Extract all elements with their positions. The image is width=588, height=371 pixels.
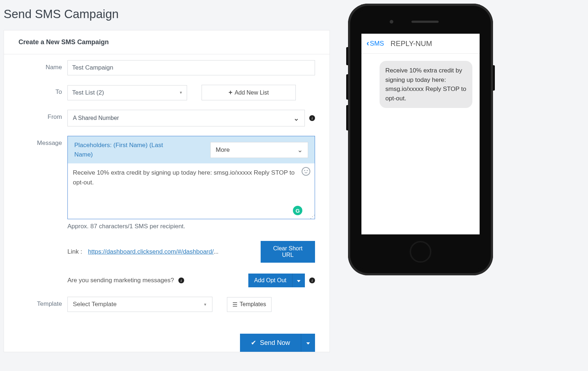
send-now-dropdown[interactable]	[301, 334, 315, 352]
from-label: From	[18, 110, 67, 121]
preview-title: REPLY-NUM	[390, 39, 432, 48]
send-now-label: Send Now	[260, 339, 290, 347]
from-select[interactable]: A Shared Number ⌄	[67, 110, 305, 126]
add-opt-out-dropdown[interactable]	[292, 274, 305, 287]
list-icon: ☰	[232, 301, 237, 308]
chevron-down-icon: ⌄	[293, 114, 299, 122]
info-icon[interactable]: i	[309, 115, 315, 121]
chevron-left-icon: ‹	[367, 39, 369, 48]
short-url-link[interactable]: https://dashboard.clicksend.com/#/dashbo…	[88, 248, 214, 255]
clear-short-url-button[interactable]: Clear Short URL	[261, 241, 315, 263]
caret-down-icon: ▼	[203, 303, 207, 307]
approx-text: Approx. 87 characters/1 SMS per recipien…	[67, 223, 315, 230]
emoji-icon[interactable]	[302, 167, 310, 176]
send-now-button[interactable]: ✔ Send Now	[240, 334, 301, 352]
from-selected-value: A Shared Number	[73, 115, 119, 121]
page-title: Send SMS Campaign	[4, 7, 330, 21]
card-header: Create a New SMS Campaign	[4, 30, 330, 54]
placeholders-bar: Placeholders: (First Name) (Last Name) M…	[68, 136, 315, 163]
link-label: Link :	[67, 248, 82, 255]
phone-screen: ‹ SMS REPLY-NUM Receive 10% extra credit…	[361, 34, 480, 234]
info-icon[interactable]: i	[178, 278, 184, 283]
phone-camera	[390, 20, 393, 24]
add-new-list-label: Add New List	[235, 89, 269, 96]
more-label: More	[216, 146, 230, 154]
preview-message-bubble: Receive 10% extra credit by signing up t…	[380, 61, 472, 108]
chevron-down-icon: ⌄	[297, 146, 303, 154]
caret-down-icon	[306, 342, 310, 345]
message-editor: Placeholders: (First Name) (Last Name) M…	[67, 136, 315, 219]
template-selected-value: Select Template	[73, 301, 117, 308]
grammarly-icon[interactable]: G	[293, 206, 302, 215]
placeholders-text: Placeholders: (First Name) (Last Name)	[74, 141, 176, 159]
link-trail: ...	[214, 249, 218, 255]
message-label: Message	[18, 136, 67, 147]
preview-back-button[interactable]: ‹ SMS	[367, 39, 384, 48]
phone-preview: ‹ SMS REPLY-NUM Receive 10% extra credit…	[348, 4, 493, 275]
caret-down-icon	[297, 280, 301, 282]
to-label: To	[18, 85, 67, 96]
placeholders-more-select[interactable]: More ⌄	[210, 142, 308, 158]
marketing-question: Are you sending marketing messages?	[67, 277, 174, 284]
add-opt-out-button[interactable]: Add Opt Out	[248, 274, 292, 287]
templates-label: Templates	[240, 301, 266, 308]
add-new-list-button[interactable]: + Add New List	[202, 85, 296, 100]
plus-icon: +	[229, 89, 233, 96]
check-icon: ✔	[251, 339, 256, 347]
phone-home-button	[410, 241, 431, 263]
name-input[interactable]	[67, 60, 315, 75]
campaign-card: Create a New SMS Campaign Name To Test L…	[4, 30, 330, 352]
preview-back-label: SMS	[370, 40, 384, 47]
phone-speaker	[411, 21, 439, 23]
name-label: Name	[18, 60, 67, 71]
info-icon[interactable]: i	[309, 278, 315, 283]
resize-handle[interactable]: ⋰	[310, 215, 314, 218]
templates-button[interactable]: ☰ Templates	[227, 297, 272, 312]
template-select[interactable]: Select Template ▼	[67, 297, 212, 312]
message-textarea[interactable]	[73, 168, 310, 213]
template-label: Template	[18, 297, 67, 308]
to-select[interactable]: Test List (2)	[67, 85, 187, 100]
